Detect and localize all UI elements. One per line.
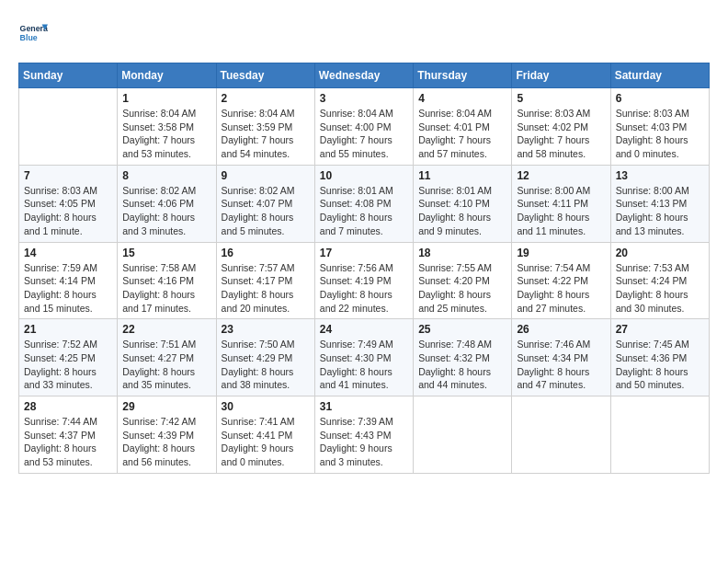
calendar-table: SundayMondayTuesdayWednesdayThursdayFrid…: [18, 63, 710, 474]
day-number: 6: [616, 92, 704, 105]
day-number: 19: [517, 247, 605, 259]
day-of-week-header: Tuesday: [216, 63, 314, 88]
day-number: 30: [222, 400, 310, 413]
calendar-cell: 9 Sunrise: 8:02 AMSunset: 4:07 PMDayligh…: [216, 165, 314, 242]
day-of-week-header: Monday: [118, 63, 216, 88]
day-info: Sunrise: 7:51 AMSunset: 4:27 PMDaylight:…: [122, 338, 210, 392]
day-info: Sunrise: 7:48 AMSunset: 4:32 PMDaylight:…: [418, 338, 506, 392]
calendar-cell: 19 Sunrise: 7:54 AMSunset: 4:22 PMDaylig…: [512, 242, 610, 319]
day-info: Sunrise: 7:59 AMSunset: 4:14 PMDaylight:…: [24, 261, 112, 316]
calendar-cell: 29 Sunrise: 7:42 AMSunset: 4:39 PMDaylig…: [118, 396, 216, 474]
calendar-cell: 31 Sunrise: 7:39 AMSunset: 4:43 PMDaylig…: [314, 396, 413, 474]
calendar-week-row: 21 Sunrise: 7:52 AMSunset: 4:25 PMDaylig…: [19, 319, 710, 396]
day-number: 5: [517, 92, 605, 105]
day-number: 9: [222, 169, 310, 182]
calendar-cell: 25 Sunrise: 7:48 AMSunset: 4:32 PMDaylig…: [414, 319, 512, 396]
calendar-cell: 14 Sunrise: 7:59 AMSunset: 4:14 PMDaylig…: [19, 242, 118, 319]
day-info: Sunrise: 7:49 AMSunset: 4:30 PMDaylight:…: [320, 338, 408, 392]
day-info: Sunrise: 7:42 AMSunset: 4:39 PMDaylight:…: [122, 415, 210, 469]
day-number: 15: [122, 247, 210, 259]
day-of-week-header: Saturday: [610, 63, 709, 88]
day-info: Sunrise: 7:52 AMSunset: 4:25 PMDaylight:…: [24, 338, 112, 392]
day-number: 29: [122, 400, 210, 413]
calendar-cell: 22 Sunrise: 7:51 AMSunset: 4:27 PMDaylig…: [118, 319, 216, 396]
day-number: 12: [517, 169, 605, 182]
calendar-cell: [19, 88, 118, 166]
calendar-cell: [610, 396, 709, 474]
calendar-header-row: SundayMondayTuesdayWednesdayThursdayFrid…: [19, 63, 710, 88]
calendar-cell: 20 Sunrise: 7:53 AMSunset: 4:24 PMDaylig…: [610, 242, 709, 319]
calendar-cell: 23 Sunrise: 7:50 AMSunset: 4:29 PMDaylig…: [216, 319, 314, 396]
day-number: 21: [24, 323, 112, 336]
calendar-week-row: 14 Sunrise: 7:59 AMSunset: 4:14 PMDaylig…: [19, 242, 710, 319]
day-info: Sunrise: 8:00 AMSunset: 4:11 PMDaylight:…: [517, 184, 605, 238]
day-info: Sunrise: 8:04 AMSunset: 4:00 PMDaylight:…: [320, 107, 408, 161]
calendar-cell: 2 Sunrise: 8:04 AMSunset: 3:59 PMDayligh…: [216, 88, 314, 166]
day-number: 14: [24, 247, 112, 259]
day-info: Sunrise: 8:01 AMSunset: 4:08 PMDaylight:…: [320, 184, 408, 238]
calendar-week-row: 28 Sunrise: 7:44 AMSunset: 4:37 PMDaylig…: [19, 396, 710, 474]
calendar-cell: 6 Sunrise: 8:03 AMSunset: 4:03 PMDayligh…: [610, 88, 709, 166]
calendar-cell: 18 Sunrise: 7:55 AMSunset: 4:20 PMDaylig…: [414, 242, 512, 319]
calendar-cell: [512, 396, 610, 474]
day-info: Sunrise: 8:04 AMSunset: 3:58 PMDaylight:…: [122, 107, 210, 161]
day-number: 1: [122, 92, 210, 105]
day-info: Sunrise: 7:53 AMSunset: 4:24 PMDaylight:…: [616, 261, 704, 316]
day-number: 18: [418, 247, 506, 259]
day-info: Sunrise: 8:03 AMSunset: 4:05 PMDaylight:…: [24, 184, 112, 238]
day-info: Sunrise: 7:45 AMSunset: 4:36 PMDaylight:…: [616, 338, 704, 392]
calendar-cell: 4 Sunrise: 8:04 AMSunset: 4:01 PMDayligh…: [414, 88, 512, 166]
calendar-cell: 28 Sunrise: 7:44 AMSunset: 4:37 PMDaylig…: [19, 396, 118, 474]
day-info: Sunrise: 8:02 AMSunset: 4:06 PMDaylight:…: [122, 184, 210, 238]
day-number: 24: [320, 323, 408, 336]
day-info: Sunrise: 8:00 AMSunset: 4:13 PMDaylight:…: [616, 184, 704, 238]
day-number: 11: [418, 169, 506, 182]
calendar-cell: 10 Sunrise: 8:01 AMSunset: 4:08 PMDaylig…: [314, 165, 413, 242]
day-of-week-header: Thursday: [414, 63, 512, 88]
day-number: 8: [122, 169, 210, 182]
day-number: 4: [418, 92, 506, 105]
day-info: Sunrise: 8:01 AMSunset: 4:10 PMDaylight:…: [418, 184, 506, 238]
day-of-week-header: Wednesday: [314, 63, 413, 88]
day-info: Sunrise: 7:57 AMSunset: 4:17 PMDaylight:…: [222, 261, 310, 316]
calendar-cell: 27 Sunrise: 7:45 AMSunset: 4:36 PMDaylig…: [610, 319, 709, 396]
calendar-cell: 11 Sunrise: 8:01 AMSunset: 4:10 PMDaylig…: [414, 165, 512, 242]
day-number: 17: [320, 247, 408, 259]
day-number: 16: [222, 247, 310, 259]
day-number: 10: [320, 169, 408, 182]
calendar-cell: 21 Sunrise: 7:52 AMSunset: 4:25 PMDaylig…: [19, 319, 118, 396]
day-info: Sunrise: 7:41 AMSunset: 4:41 PMDaylight:…: [222, 415, 310, 469]
calendar-cell: 30 Sunrise: 7:41 AMSunset: 4:41 PMDaylig…: [216, 396, 314, 474]
calendar-cell: 17 Sunrise: 7:56 AMSunset: 4:19 PMDaylig…: [314, 242, 413, 319]
logo-icon: General Blue: [18, 18, 48, 48]
calendar-cell: 16 Sunrise: 7:57 AMSunset: 4:17 PMDaylig…: [216, 242, 314, 319]
calendar-cell: 12 Sunrise: 8:00 AMSunset: 4:11 PMDaylig…: [512, 165, 610, 242]
day-info: Sunrise: 7:50 AMSunset: 4:29 PMDaylight:…: [222, 338, 310, 392]
calendar-cell: [414, 396, 512, 474]
day-number: 27: [616, 323, 704, 336]
day-info: Sunrise: 7:54 AMSunset: 4:22 PMDaylight:…: [517, 261, 605, 316]
day-number: 20: [616, 247, 704, 259]
logo: General Blue: [18, 18, 48, 48]
day-info: Sunrise: 8:03 AMSunset: 4:02 PMDaylight:…: [517, 107, 605, 161]
calendar-cell: 1 Sunrise: 8:04 AMSunset: 3:58 PMDayligh…: [118, 88, 216, 166]
day-number: 23: [222, 323, 310, 336]
page-header: General Blue: [18, 18, 710, 48]
calendar-cell: 24 Sunrise: 7:49 AMSunset: 4:30 PMDaylig…: [314, 319, 413, 396]
day-number: 31: [320, 400, 408, 413]
day-info: Sunrise: 7:44 AMSunset: 4:37 PMDaylight:…: [24, 415, 112, 469]
day-info: Sunrise: 8:02 AMSunset: 4:07 PMDaylight:…: [222, 184, 310, 238]
day-info: Sunrise: 7:46 AMSunset: 4:34 PMDaylight:…: [517, 338, 605, 392]
day-info: Sunrise: 8:04 AMSunset: 4:01 PMDaylight:…: [418, 107, 506, 161]
day-number: 2: [222, 92, 310, 105]
day-info: Sunrise: 7:56 AMSunset: 4:19 PMDaylight:…: [320, 261, 408, 316]
svg-text:Blue: Blue: [20, 33, 38, 42]
day-info: Sunrise: 7:39 AMSunset: 4:43 PMDaylight:…: [320, 415, 408, 469]
calendar-cell: 8 Sunrise: 8:02 AMSunset: 4:06 PMDayligh…: [118, 165, 216, 242]
calendar-week-row: 1 Sunrise: 8:04 AMSunset: 3:58 PMDayligh…: [19, 88, 710, 166]
calendar-cell: 7 Sunrise: 8:03 AMSunset: 4:05 PMDayligh…: [19, 165, 118, 242]
day-info: Sunrise: 7:58 AMSunset: 4:16 PMDaylight:…: [122, 261, 210, 316]
calendar-cell: 26 Sunrise: 7:46 AMSunset: 4:34 PMDaylig…: [512, 319, 610, 396]
day-number: 22: [122, 323, 210, 336]
calendar-cell: 15 Sunrise: 7:58 AMSunset: 4:16 PMDaylig…: [118, 242, 216, 319]
